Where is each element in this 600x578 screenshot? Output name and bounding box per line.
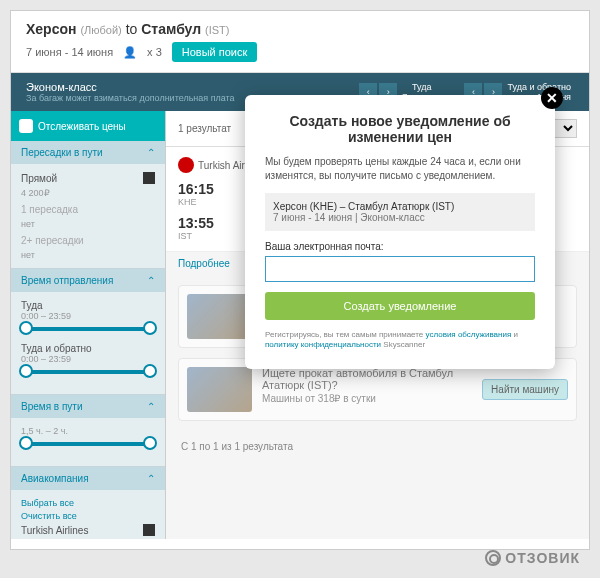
modal-route-box: Херсон (KHE) – Стамбул Ататюрк (IST) 7 и… [265,193,535,231]
price-alert-modal: ✕ Создать новое уведомление об изменении… [245,95,555,369]
create-alert-button[interactable]: Создать уведомление [265,292,535,320]
legal-text: Регистрируясь, вы тем самым принимаете у… [265,330,535,351]
modal-title: Создать новое уведомление об изменении ц… [265,113,535,145]
modal-description: Мы будем проверять цены каждые 24 часа и… [265,155,535,183]
modal-overlay: ✕ Создать новое уведомление об изменении… [0,0,600,578]
email-input[interactable] [265,256,535,282]
terms-link[interactable]: условия обслуживания [426,330,512,339]
close-button[interactable]: ✕ [541,87,563,109]
email-label: Ваша электронная почта: [265,241,535,252]
privacy-link[interactable]: политику конфиденциальности [265,340,381,349]
